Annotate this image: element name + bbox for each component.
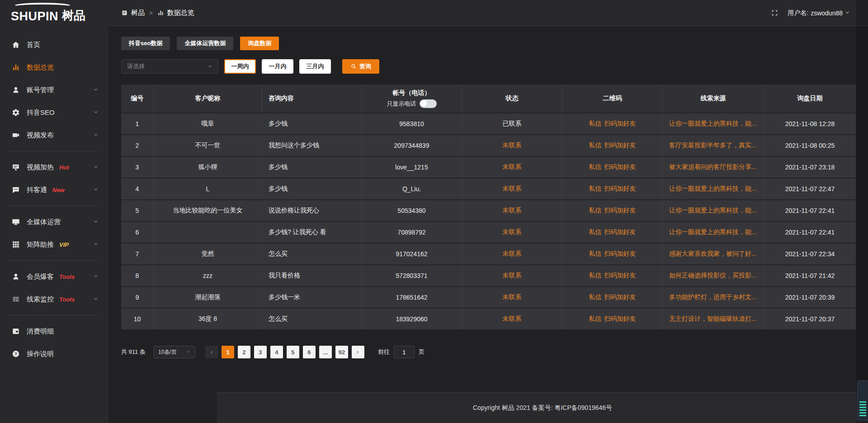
page-button-2[interactable]: 2 xyxy=(238,346,250,358)
lead-source-link[interactable]: 如何正确选择投影仪，买投影... xyxy=(669,272,757,280)
main-content: 抖音seo数据全媒体运营数据询盘数据 请选择 一周内一月内三月内 查询 编号客户… xyxy=(108,27,868,423)
sidebar-item-home[interactable]: 首页 xyxy=(0,33,108,56)
sidebar-item-member-baoke[interactable]: 会员爆客Tools xyxy=(0,265,108,288)
tab-inquiry-data[interactable]: 询盘数据 xyxy=(240,37,279,50)
scan-add-friend-link[interactable]: 扫码加好友 xyxy=(604,163,636,171)
scan-add-friend-link[interactable]: 扫码加好友 xyxy=(604,207,636,215)
breadcrumb-item-current[interactable]: 数据总览 xyxy=(157,9,194,17)
sidebar-item-label: 首页 xyxy=(27,41,40,49)
sidebar-item-video-publish[interactable]: 视频发布 xyxy=(0,124,108,146)
range-button-three-months[interactable]: 三月内 xyxy=(299,59,331,74)
private-message-link[interactable]: 私信 xyxy=(589,120,602,128)
user-menu[interactable]: 用户名: zswodun88 xyxy=(788,9,850,17)
lead-source-link[interactable]: 让你一眼就爱上的黑科技，能... xyxy=(669,185,757,193)
fullscreen-button[interactable] xyxy=(771,9,778,17)
cell-qrcode: 私信扫码加好友 xyxy=(562,113,663,134)
private-message-link[interactable]: 私信 xyxy=(589,250,602,258)
tab-omni-media-data[interactable]: 全媒体运营数据 xyxy=(177,37,233,50)
lead-source-link[interactable]: 让你一眼就爱上的黑科技，能... xyxy=(669,207,757,215)
page-button-1[interactable]: 1 xyxy=(222,346,234,358)
status-badge: 已联系 xyxy=(503,120,522,128)
sidebar-item-label: 视频发布 xyxy=(27,131,54,140)
lead-source-link[interactable]: 让你一眼就爱上的黑科技，能... xyxy=(669,120,757,128)
cell-row-number: 7 xyxy=(121,244,154,264)
lead-source-link[interactable]: 被大家追着问的客厅投影分享... xyxy=(669,163,757,171)
chevron-down-icon xyxy=(186,350,191,354)
cell-inquiry-content: 多少钱 xyxy=(262,113,362,134)
page-size-select[interactable]: 10条/页 xyxy=(154,346,195,358)
cell-account: 917024162 xyxy=(362,244,462,264)
tab-bar: 抖音seo数据全媒体运营数据询盘数据 xyxy=(121,37,868,50)
phone-only-toggle-switch[interactable] xyxy=(420,99,437,108)
range-button-one-week[interactable]: 一周内 xyxy=(224,59,256,74)
private-message-link[interactable]: 私信 xyxy=(589,293,602,301)
corner-widget[interactable] xyxy=(857,381,868,420)
page-ellipsis-button[interactable]: ... xyxy=(319,346,332,358)
private-message-link[interactable]: 私信 xyxy=(589,141,602,150)
sidebar-item-badge: VIP xyxy=(59,241,69,248)
sidebar-item-lead-monitor[interactable]: 线索监控Tools xyxy=(0,288,108,310)
filter-bar: 请选择 一周内一月内三月内 查询 xyxy=(121,59,868,74)
private-message-link[interactable]: 私信 xyxy=(589,315,602,323)
prev-page-button[interactable] xyxy=(205,346,218,358)
sidebar-item-matrix-boost[interactable]: 矩阵助推VIP xyxy=(0,233,108,256)
filter-select[interactable]: 请选择 xyxy=(121,59,218,74)
breadcrumb-item-home[interactable]: 树品 xyxy=(121,9,145,17)
private-message-link[interactable]: 私信 xyxy=(589,228,602,236)
page-button-6[interactable]: 6 xyxy=(303,346,316,358)
status-badge: 未联系 xyxy=(503,272,522,280)
chevron-down-icon xyxy=(93,242,99,247)
lead-source-link[interactable]: 感谢大家喜欢我家，被问了好... xyxy=(669,250,757,258)
scan-add-friend-link[interactable]: 扫码加好友 xyxy=(604,293,636,301)
page-button-3[interactable]: 3 xyxy=(254,346,267,358)
total-count-label: 共 911 条 xyxy=(121,348,146,356)
private-message-link[interactable]: 私信 xyxy=(589,163,602,171)
sidebar-item-douketong[interactable]: 抖客通New xyxy=(0,179,108,201)
scan-add-friend-link[interactable]: 扫码加好友 xyxy=(604,228,636,236)
scan-add-friend-link[interactable]: 扫码加好友 xyxy=(604,315,636,323)
scan-add-friend-link[interactable]: 扫码加好友 xyxy=(604,141,636,150)
lead-source-link[interactable]: 多功能护栏灯，适用于乡村文... xyxy=(669,293,757,301)
sidebar-item-consumption-detail[interactable]: 消费明细 xyxy=(0,320,108,343)
cell-lead-source: 感谢大家喜欢我家，被问了好... xyxy=(663,244,764,264)
page-button-4[interactable]: 4 xyxy=(270,346,283,358)
goto-page-input[interactable] xyxy=(394,346,415,358)
scan-add-friend-link[interactable]: 扫码加好友 xyxy=(604,185,636,193)
chevron-down-icon xyxy=(93,219,99,225)
cell-customer-nickname: 狐小狸 xyxy=(154,157,262,178)
scan-add-friend-link[interactable]: 扫码加好友 xyxy=(604,272,636,280)
next-page-button[interactable] xyxy=(352,346,364,358)
private-message-link[interactable]: 私信 xyxy=(589,272,602,280)
chevron-right-icon xyxy=(355,350,360,355)
sidebar-item-data-overview[interactable]: 数据总览 xyxy=(0,56,108,79)
sidebar-item-omni-media[interactable]: 全媒体运营 xyxy=(0,211,108,233)
table-row: 1036度 8怎么买183929060未联系私信扫码加好友无主灯设计，智能磁吸轨… xyxy=(121,308,856,329)
sidebar-item-account-management[interactable]: 账号管理 xyxy=(0,79,108,101)
page-button-92[interactable]: 92 xyxy=(335,346,348,358)
private-message-link[interactable]: 私信 xyxy=(589,185,602,193)
sidebar-item-douyin-seo[interactable]: 抖音SEO xyxy=(0,101,108,124)
lead-source-link[interactable]: 让你一眼就爱上的黑科技，能... xyxy=(669,228,757,236)
column-header-label: 状态 xyxy=(506,94,519,103)
lead-source-link[interactable]: 无主灯设计，智能磁吸轨道灯... xyxy=(669,315,757,323)
scan-add-friend-link[interactable]: 扫码加好友 xyxy=(604,250,636,258)
cell-account: 2097344839 xyxy=(362,135,462,156)
inquiry-table: 编号客户昵称咨询内容帐号（电话）只显示电话状态二维码线索来源询盘日期 1哦章多少… xyxy=(121,85,856,329)
chevron-down-icon xyxy=(93,296,99,302)
page-button-5[interactable]: 5 xyxy=(287,346,299,358)
cell-row-number: 2 xyxy=(121,135,154,156)
private-message-link[interactable]: 私信 xyxy=(589,207,602,215)
sidebar-item-label: 会员爆客 xyxy=(27,273,54,281)
lead-source-link[interactable]: 客厅安装投影半年多了，真实... xyxy=(669,141,757,150)
sidebar-item-video-heat[interactable]: 视频加热Hot xyxy=(0,156,108,179)
breadcrumb-label: 数据总览 xyxy=(167,9,194,17)
cell-customer-nickname: 觉然 xyxy=(154,244,262,264)
range-button-one-month[interactable]: 一月内 xyxy=(262,59,293,74)
sidebar-item-operation-guide[interactable]: 操作说明 xyxy=(0,343,108,365)
tab-douyin-seo-data[interactable]: 抖音seo数据 xyxy=(121,37,170,50)
scan-add-friend-link[interactable]: 扫码加好友 xyxy=(604,120,636,128)
cell-row-number: 4 xyxy=(121,179,154,199)
query-button[interactable]: 查询 xyxy=(342,59,379,74)
grid-icon xyxy=(12,240,20,249)
cell-status: 未联系 xyxy=(462,265,562,286)
